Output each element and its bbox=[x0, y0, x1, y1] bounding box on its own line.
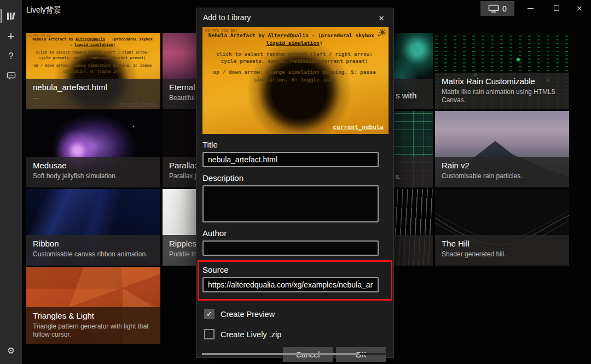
tile-subtitle: Soft body jellyfish simulation. bbox=[33, 172, 154, 181]
app-window: Lively背景 0 ✕ + ? ⚙ bbox=[0, 0, 591, 364]
nebula-help-line: click to select random preset (left / ri… bbox=[30, 50, 155, 61]
wallpaper-tile-triangles[interactable]: Triangles & Light Triangle pattern gener… bbox=[26, 267, 160, 344]
wallpaper-tile-ribbon[interactable]: Ribbon Customisable canvas ribbon animat… bbox=[26, 189, 160, 266]
tile-subtitle: Triangle pattern generator with light th… bbox=[33, 322, 154, 339]
gear-icon: ⚙ bbox=[7, 345, 15, 356]
tile-subtitle: Shader generated hill. bbox=[442, 250, 563, 259]
horizontal-scrollbar[interactable] bbox=[202, 353, 389, 355]
tile-subtitle: --- bbox=[33, 94, 154, 103]
minimize-icon bbox=[528, 8, 534, 9]
checkbox-label: Create Preview bbox=[221, 310, 275, 319]
create-zip-option[interactable]: Create Lively .zip bbox=[204, 329, 387, 339]
scrollbar-thumb[interactable] bbox=[202, 353, 360, 355]
dialog-close-button[interactable]: ✕ bbox=[376, 13, 387, 24]
minimize-button[interactable] bbox=[519, 0, 542, 16]
tile-title-fragment: s with bbox=[396, 91, 416, 100]
preview-watermark: current_nebula bbox=[333, 124, 384, 131]
tile-title: The Hill bbox=[442, 239, 563, 249]
help-icon: ? bbox=[9, 51, 14, 61]
app-title: Lively背景 bbox=[26, 5, 61, 15]
create-preview-option[interactable]: ✓ Create Preview bbox=[204, 309, 387, 319]
tile-title: Medusae bbox=[33, 161, 154, 171]
dialog-header: Add to Library bbox=[196, 8, 393, 27]
feedback-icon bbox=[7, 72, 16, 80]
maximize-icon bbox=[554, 5, 559, 11]
sidebar: + ? ⚙ bbox=[0, 0, 22, 364]
preview-art: 60 FPS (59-60) Nebula Artefact by Altere… bbox=[202, 27, 389, 134]
plus-icon: + bbox=[8, 31, 15, 43]
tile-title: Triangles & Light bbox=[33, 311, 154, 321]
wallpaper-tile-matrix[interactable]: Matrix Rain Customizable Matrix like rai… bbox=[435, 33, 569, 109]
tile-title: Rain v2 bbox=[442, 161, 563, 171]
sidebar-item-settings[interactable]: ⚙ bbox=[0, 341, 22, 360]
tile-title: Ribbon bbox=[33, 239, 154, 249]
sidebar-item-help[interactable]: ? bbox=[0, 47, 22, 66]
sidebar-item-add-wallpaper[interactable]: + bbox=[0, 27, 22, 46]
tile-label-bar: Triangles & Light Triangle pattern gener… bbox=[26, 307, 160, 344]
close-icon: ✕ bbox=[379, 14, 385, 22]
source-input[interactable] bbox=[202, 277, 379, 292]
tile-subtitle: Customisable rain particles. bbox=[442, 172, 563, 181]
tile-subtitle: Matrix like rain animation using HTML5 C… bbox=[442, 88, 563, 105]
wallpaper-tile-medusae[interactable]: Medusae Soft body jellyfish simulation. bbox=[26, 111, 160, 187]
title-field-label: Title bbox=[202, 140, 387, 149]
create-preview-checkbox[interactable]: ✓ bbox=[204, 309, 215, 319]
title-input[interactable] bbox=[202, 152, 379, 167]
wallpaper-tile-nebula[interactable]: 60 FPS (59-60) Nebula Artefact by Altere… bbox=[26, 33, 160, 109]
tile-title: Matrix Rain Customizable bbox=[442, 77, 563, 87]
tile-label-bar: Matrix Rain Customizable Matrix like rai… bbox=[435, 73, 569, 109]
sidebar-item-library[interactable] bbox=[0, 7, 22, 25]
tile-label-bar: Medusae Soft body jellyfish simulation. bbox=[26, 157, 160, 187]
preview-help-line: click to select random preset (left / ri… bbox=[208, 50, 381, 66]
monitor-count: 0 bbox=[502, 4, 507, 13]
wallpaper-preview: 60 FPS (59-60) Nebula Artefact by Altere… bbox=[202, 27, 389, 134]
tile-title: nebula_artefact.html bbox=[33, 83, 154, 93]
preview-overlay-text: Nebula Artefact by AlteredQualia - (proc… bbox=[208, 32, 381, 84]
checkbox-label: Create Lively .zip bbox=[221, 330, 281, 339]
display-select-button[interactable]: 0 bbox=[480, 1, 514, 16]
nebula-heading: Nebula Artefact by AlteredQualia - (proc… bbox=[30, 37, 155, 48]
tile-label-bar: Ribbon Customisable canvas ribbon animat… bbox=[26, 235, 160, 266]
author-input[interactable] bbox=[202, 240, 379, 256]
add-to-library-dialog: Add to Library ✕ 60 FPS (59-60) Nebula A… bbox=[196, 8, 394, 358]
maximize-button[interactable] bbox=[545, 0, 568, 16]
tile-label-bar: The Hill Shader generated hill. bbox=[435, 235, 569, 266]
create-zip-checkbox[interactable] bbox=[204, 329, 215, 339]
source-field-label: Source bbox=[202, 265, 387, 274]
preview-help-line: up / down arrow: change simulation dampi… bbox=[208, 68, 381, 84]
description-input[interactable] bbox=[202, 185, 379, 222]
nebula-overlay-text: Nebula Artefact by AlteredQualia - (proc… bbox=[30, 37, 155, 74]
nebula-help-line: up / down arrow: change simulation dampi… bbox=[30, 63, 155, 74]
source-highlight-box: Source bbox=[198, 260, 392, 301]
tile-label-bar: Rain v2 Customisable rain particles. bbox=[435, 157, 569, 187]
sidebar-item-feedback[interactable] bbox=[0, 67, 22, 85]
close-icon: ✕ bbox=[577, 4, 583, 13]
tile-subtitle: Customisable canvas ribbon animation. bbox=[33, 250, 154, 259]
description-field-label: Description bbox=[202, 173, 387, 183]
author-field-label: Author bbox=[202, 228, 387, 238]
close-window-button[interactable]: ✕ bbox=[568, 0, 591, 16]
wallpaper-tile-rain[interactable]: Rain v2 Customisable rain particles. bbox=[435, 111, 569, 187]
library-icon bbox=[6, 11, 16, 21]
wallpaper-tile-hill[interactable]: The Hill Shader generated hill. bbox=[435, 189, 569, 266]
monitor-icon bbox=[488, 4, 499, 13]
tile-label-bar: nebula_artefact.html --- bbox=[26, 79, 160, 109]
preview-heading: Nebula Artefact by AlteredQualia - (proc… bbox=[208, 32, 381, 47]
dialog-title: Add to Library bbox=[203, 13, 251, 22]
tile-subtitle-fragment: s. bbox=[396, 173, 401, 180]
